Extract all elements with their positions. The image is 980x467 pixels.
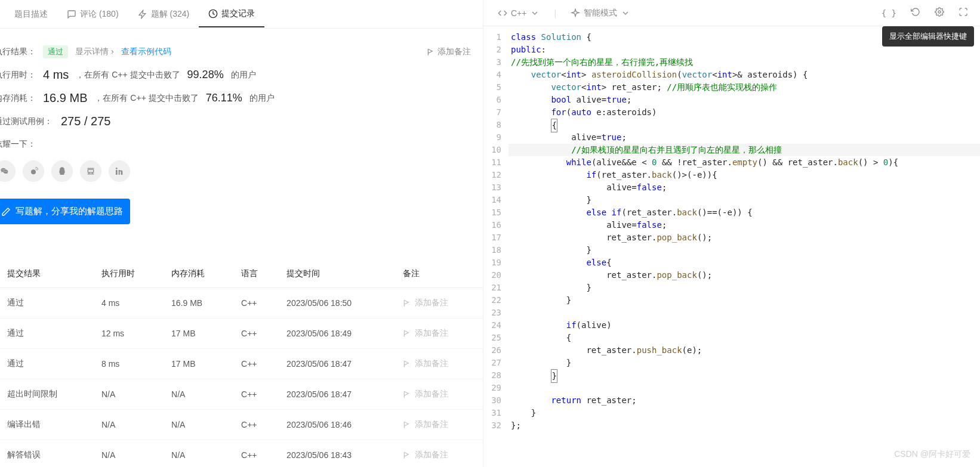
code-line[interactable]: //先找到第一个向右的星星，右行撞完,再继续找 [509, 56, 980, 69]
editor-panel: C++ | 智能模式 { } 显示全部编辑器快捷键 12345678910111… [483, 0, 980, 467]
code-editor[interactable]: 1234567891011121314151617181920212223242… [483, 26, 980, 467]
code-line[interactable]: ret_aster.pop_back(); [509, 269, 980, 282]
douban-icon[interactable] [80, 160, 101, 182]
status-badge: 通过 [43, 45, 68, 58]
code-line[interactable]: for(auto e:asteroids) [509, 106, 980, 119]
code-line[interactable]: return ret_aster; [509, 394, 980, 407]
table-row[interactable]: 通过 12 ms 17 MB C++ 2023/05/06 18:49 添加备注 [0, 318, 483, 349]
th-language[interactable]: 语言 [234, 260, 279, 288]
code-line[interactable] [509, 307, 980, 319]
table-row[interactable]: 通过 4 ms 16.9 MB C++ 2023/05/06 18:50 添加备… [0, 288, 483, 318]
result-section: 执行结果： 通过 显示详情 › 查看示例代码 添加备注 执行用时： 4 ms ，… [0, 29, 483, 248]
th-note[interactable]: 备注 [396, 260, 483, 288]
language-select[interactable]: C++ [493, 6, 544, 20]
flag-icon [403, 299, 411, 307]
add-note-cell[interactable]: 添加备注 [403, 450, 476, 460]
code-line[interactable]: } [509, 369, 980, 382]
code-line[interactable]: } [509, 244, 980, 256]
comment-icon [67, 10, 76, 19]
cell-lang: C++ [234, 318, 279, 349]
add-note-cell[interactable]: 添加备注 [403, 298, 476, 308]
code-line[interactable]: vector<int> ret_aster; //用顺序表也能实现栈的操作 [509, 81, 980, 94]
svg-rect-4 [88, 174, 94, 174]
add-note-cell[interactable]: 添加备注 [403, 389, 476, 400]
code-line[interactable]: { [509, 332, 980, 344]
code-line[interactable]: alive=false; [509, 181, 980, 194]
fullscreen-button[interactable] [956, 5, 970, 21]
submissions-table: 提交结果 执行用时 内存消耗 语言 提交时间 备注 通过 4 ms 16.9 M… [0, 260, 483, 467]
code-line[interactable]: else{ [509, 256, 980, 269]
code-line[interactable]: else if(ret_aster.back()==(-e)) { [509, 206, 980, 219]
cell-time: 2023/05/06 18:46 [279, 410, 396, 440]
tab-solutions[interactable]: 题解 (324) [128, 2, 199, 27]
tabs-bar: 题目描述 评论 (180) 题解 (324) 提交记录 [0, 0, 483, 29]
code-line[interactable]: } [509, 194, 980, 206]
code-line[interactable]: } [509, 357, 980, 369]
result-label: 执行结果： [0, 47, 36, 57]
cell-time: 2023/05/06 18:47 [279, 379, 396, 410]
code-line[interactable]: } [509, 282, 980, 294]
tab-description[interactable]: 题目描述 [5, 2, 57, 27]
example-code-link[interactable]: 查看示例代码 [121, 47, 171, 57]
table-row[interactable]: 超出时间限制 N/A N/A C++ 2023/05/06 18:47 添加备注 [0, 379, 483, 410]
mode-select[interactable]: 智能模式 [566, 5, 635, 21]
code-line[interactable]: bool alive=true; [509, 94, 980, 106]
add-note-cell[interactable]: 添加备注 [403, 358, 476, 369]
cell-runtime: N/A [94, 410, 164, 440]
cell-runtime: N/A [94, 379, 164, 410]
linkedin-icon[interactable] [109, 160, 130, 182]
code-line[interactable]: if(alive) [509, 319, 980, 332]
reset-button[interactable] [908, 5, 923, 21]
qq-icon[interactable] [51, 160, 73, 182]
brace-format-button[interactable]: { } [879, 6, 899, 20]
code-line[interactable]: ret_aster.push_back(e); [509, 344, 980, 357]
svg-point-6 [116, 168, 118, 169]
add-note-cell[interactable]: 添加备注 [403, 328, 476, 339]
tab-submissions[interactable]: 提交记录 [199, 1, 264, 27]
code-line[interactable]: vector<int> asteroidCollision(vector<int… [509, 69, 980, 81]
flag-icon [403, 329, 411, 338]
cell-status: 解答错误 [0, 440, 94, 468]
tab-comments[interactable]: 评论 (180) [57, 2, 128, 27]
show-detail-link[interactable]: 显示详情 › [75, 47, 114, 57]
weibo-icon[interactable] [23, 160, 44, 182]
code-line[interactable]: alive=false; [509, 219, 980, 231]
table-row[interactable]: 通过 8 ms 17 MB C++ 2023/05/06 18:47 添加备注 [0, 349, 483, 379]
table-row[interactable]: 编译出错 N/A N/A C++ 2023/05/06 18:46 添加备注 [0, 410, 483, 440]
chevron-down-icon [621, 8, 630, 18]
code-body[interactable]: class Solution {public://先找到第一个向右的星星，右行撞… [509, 26, 980, 467]
code-line[interactable]: if(ret_aster.back()>(-e)){ [509, 169, 980, 181]
add-note-link[interactable]: 添加备注 [427, 47, 471, 57]
settings-button[interactable] [932, 5, 947, 21]
code-line[interactable]: alive=true; [509, 131, 980, 144]
cell-lang: C++ [234, 288, 279, 318]
th-runtime[interactable]: 执行用时 [94, 260, 164, 288]
code-line[interactable] [509, 382, 980, 394]
code-line[interactable]: while(alive&&e < 0 && !ret_aster.empty()… [509, 156, 980, 169]
table-row[interactable]: 解答错误 N/A N/A C++ 2023/05/06 18:43 添加备注 [0, 440, 483, 468]
cell-time: 2023/05/06 18:50 [279, 288, 396, 318]
th-status[interactable]: 提交结果 [0, 260, 94, 288]
code-line[interactable]: { [509, 119, 980, 131]
cell-memory: 17 MB [164, 318, 234, 349]
wechat-icon[interactable] [0, 160, 16, 182]
th-time[interactable]: 提交时间 [279, 260, 396, 288]
th-memory[interactable]: 内存消耗 [164, 260, 234, 288]
cell-runtime: 4 ms [94, 288, 164, 318]
code-line[interactable]: } [509, 294, 980, 307]
add-note-cell[interactable]: 添加备注 [403, 419, 476, 430]
code-line[interactable]: }; [509, 419, 980, 432]
solution-icon [138, 10, 147, 19]
svg-rect-2 [88, 168, 94, 169]
code-line[interactable]: ret_aster.pop_back(); [509, 231, 980, 244]
flag-icon [403, 360, 411, 368]
flag-icon [427, 48, 435, 56]
pencil-icon [1, 207, 11, 217]
history-icon [208, 9, 218, 18]
code-line[interactable]: } [509, 407, 980, 419]
runtime-value: 4 ms [43, 68, 69, 82]
flag-icon [403, 420, 411, 429]
write-solution-button[interactable]: 写题解，分享我的解题思路 [0, 199, 130, 224]
cell-memory: N/A [164, 410, 234, 440]
code-line[interactable]: //如果栈顶的星星向右并且遇到了向左的星星，那么相撞 [509, 144, 980, 156]
